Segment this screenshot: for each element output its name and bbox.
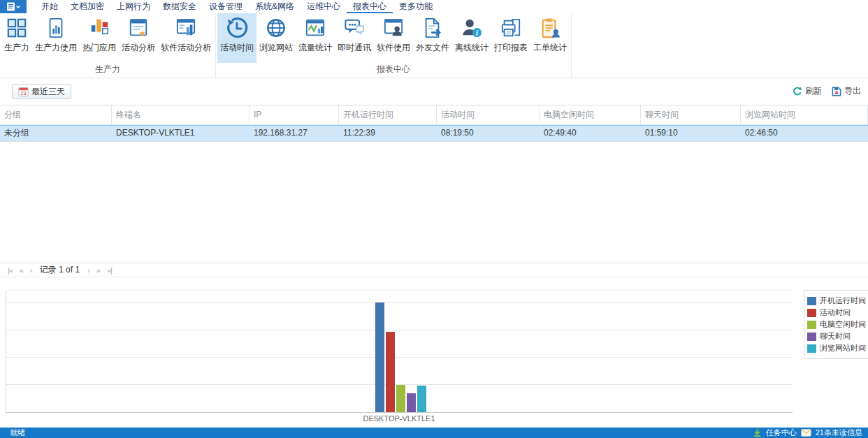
chart-bar-4 [417, 386, 426, 412]
print-report-icon [499, 16, 523, 40]
menu-tab-6[interactable]: 运维中心 [301, 0, 347, 13]
instant-message-icon [342, 16, 366, 40]
legend-swatch-3 [807, 333, 816, 341]
column-header-1[interactable]: 终端名 [112, 105, 249, 124]
ribbon-button-0-1[interactable]: 生产力使用 [32, 13, 80, 63]
ribbon-button-1-5[interactable]: 外发文件 [413, 13, 452, 63]
table-cell-0-7: 02:46:50 [741, 126, 868, 141]
ribbon-button-1-2[interactable]: 流量统计 [296, 13, 335, 63]
refresh-label: 刷新 [805, 85, 822, 97]
menu-tab-1[interactable]: 文档加密 [64, 0, 110, 13]
date-range-label: 最近三天 [31, 86, 65, 98]
chart-bar-1 [386, 332, 395, 412]
menu-tabs: 开始文档加密上网行为数据安全设备管理系统&网络运维中心报表中心更多功能 [35, 0, 439, 13]
ribbon-button-label: 离线统计 [455, 42, 489, 54]
table-cell-0-3: 11:22:39 [339, 126, 437, 141]
menu-tab-0[interactable]: 开始 [35, 0, 64, 13]
column-header-2[interactable]: IP [249, 105, 339, 124]
table-cell-0-6: 01:59:10 [641, 126, 741, 141]
ribbon-button-1-7[interactable]: 打印报表 [491, 13, 530, 63]
chart-legend: 开机运行时间活动时间电脑空闲时间聊天时间浏览网站时间 [804, 290, 868, 359]
app-menu-icon [6, 2, 20, 11]
browse-web-icon [264, 16, 288, 40]
activity-bar-chart: DESKTOP-VLKTLE1 开机运行时间活动时间电脑空闲时间聊天时间浏览网站… [0, 278, 868, 428]
menu-bar: 开始文档加密上网行为数据安全设备管理系统&网络运维中心报表中心更多功能 [0, 0, 868, 13]
ribbon-button-1-4[interactable]: 软件使用 [374, 13, 413, 63]
productivity-usage-icon [44, 16, 68, 40]
legend-label-3: 聊天时间 [820, 331, 851, 342]
ribbon-button-label: 活动时间 [220, 42, 254, 54]
ribbon-button-0-4[interactable]: 软件活动分析 [158, 13, 214, 63]
chart-bar-2 [396, 385, 405, 412]
export-label: 导出 [844, 85, 861, 97]
endpoint-table: 分组终端名IP开机运行时间活动时间电脑空闲时间聊天时间浏览网站时间 未分组DES… [0, 105, 868, 142]
column-header-6[interactable]: 聊天时间 [641, 105, 741, 124]
task-center-button[interactable]: 任务中心 [766, 428, 797, 438]
table-cell-0-2: 192.168.31.27 [249, 126, 339, 141]
prev-page-icon[interactable]: ‹ [27, 266, 36, 275]
ribbon-button-label: 热门应用 [82, 42, 116, 54]
next-fast-icon[interactable]: » [93, 266, 103, 275]
menu-tab-8[interactable]: 更多功能 [393, 0, 439, 13]
legend-label-2: 电脑空闲时间 [820, 319, 866, 330]
table-cell-0-0: 未分组 [0, 126, 112, 141]
ribbon-button-1-3[interactable]: 即时通讯 [335, 13, 374, 63]
svg-text:★: ★ [138, 29, 146, 38]
legend-swatch-1 [807, 309, 816, 317]
ribbon-button-1-1[interactable]: 浏览网站 [256, 13, 296, 63]
ribbon-button-label: 即时通讯 [338, 42, 371, 54]
ribbon-group-0: 生产力生产力使用热门应用★活动分析软件活动分析生产力 [0, 13, 216, 78]
ribbon-group-label-1: 报表中心 [217, 63, 570, 79]
date-range-button[interactable]: 23 最近三天 [12, 84, 71, 99]
first-page-icon[interactable]: |« [4, 266, 16, 275]
legend-item-2: 电脑空闲时间 [807, 319, 867, 330]
software-usage-icon [382, 16, 405, 40]
chart-bar-group [375, 302, 426, 412]
chart-category-label: DESKTOP-VLKTLE1 [308, 414, 490, 423]
refresh-button[interactable]: 刷新 [793, 85, 822, 97]
record-count-label: 记录 1 of 1 [40, 264, 80, 276]
offline-stats-icon: i [460, 16, 484, 40]
calendar-icon: 23 [18, 87, 29, 97]
chart-bar-3 [407, 393, 416, 412]
export-button[interactable]: A 导出 [832, 85, 861, 97]
ribbon-button-1-6[interactable]: i离线统计 [452, 13, 491, 63]
prev-fast-icon[interactable]: « [16, 266, 27, 275]
hot-apps-icon [87, 16, 111, 40]
ribbon-group-buttons-0: 生产力生产力使用热门应用★活动分析软件活动分析 [1, 13, 214, 63]
status-bar: 就绪 任务中心 21条未读信息 [0, 428, 868, 438]
toolbar-actions: 刷新 A 导出 [793, 85, 861, 97]
task-download-icon [753, 428, 762, 437]
column-header-3[interactable]: 开机运行时间 [339, 105, 437, 124]
last-page-icon[interactable]: »| [103, 266, 115, 275]
menu-tab-7[interactable]: 报表中心 [347, 0, 393, 13]
legend-swatch-2 [807, 321, 816, 329]
ribbon-button-label: 生产力使用 [35, 42, 77, 54]
ribbon-button-1-0[interactable]: 活动时间 [217, 13, 256, 63]
next-page-icon[interactable]: › [84, 266, 93, 275]
unread-messages-button[interactable]: 21条未读信息 [816, 428, 862, 438]
menu-tab-3[interactable]: 数据安全 [157, 0, 203, 13]
menu-tab-2[interactable]: 上网行为 [110, 0, 157, 13]
ribbon-button-1-8[interactable]: 工单统计 [530, 13, 570, 63]
table-row-0[interactable]: 未分组DESKTOP-VLKTLE1192.168.31.2711:22:390… [0, 125, 868, 142]
table-body: 未分组DESKTOP-VLKTLE1192.168.31.2711:22:390… [0, 125, 868, 142]
column-header-7[interactable]: 浏览网站时间 [741, 105, 868, 124]
app-menu-button[interactable] [0, 0, 27, 13]
ribbon-button-0-2[interactable]: 热门应用 [80, 13, 119, 63]
ribbon-button-0-3[interactable]: ★活动分析 [119, 13, 158, 63]
legend-item-1: 活动时间 [807, 307, 867, 319]
ribbon-button-0-0[interactable]: 生产力 [1, 13, 32, 63]
outgoing-files-icon [421, 16, 444, 40]
pagination-bar: |« « ‹ 记录 1 of 1 › » »| [0, 263, 868, 277]
ribbon-group-label-0: 生产力 [1, 63, 214, 79]
ribbon-button-label: 浏览网站 [259, 42, 293, 54]
productivity-grid-icon [5, 16, 29, 40]
work-order-icon [538, 16, 562, 40]
chart-plot [6, 290, 793, 413]
menu-tab-4[interactable]: 设备管理 [203, 0, 249, 13]
column-header-4[interactable]: 活动时间 [437, 105, 540, 124]
column-header-5[interactable]: 电脑空闲时间 [540, 105, 641, 124]
column-header-0[interactable]: 分组 [0, 105, 112, 124]
menu-tab-5[interactable]: 系统&网络 [249, 0, 301, 13]
